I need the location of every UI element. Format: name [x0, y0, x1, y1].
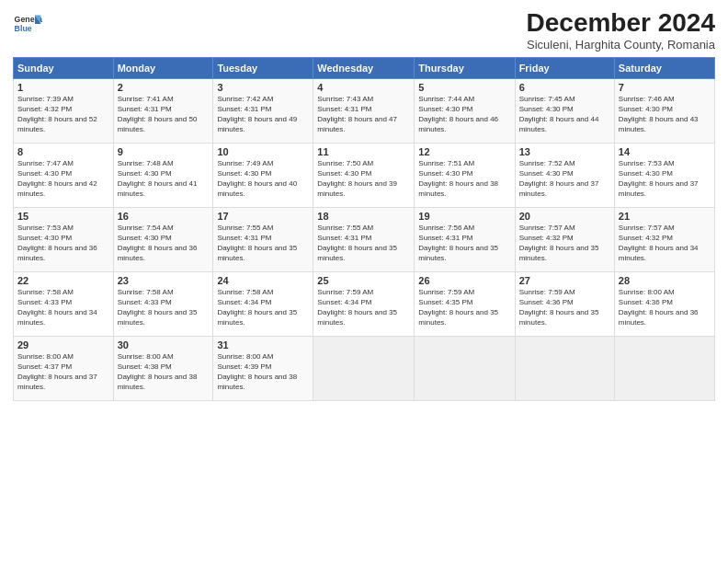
day-number: 26 [418, 275, 510, 286]
calendar-cell: 19Sunrise: 7:56 AMSunset: 4:31 PMDayligh… [415, 207, 515, 271]
calendar-cell: 7Sunrise: 7:46 AMSunset: 4:30 PMDaylight… [614, 78, 714, 143]
calendar-week-5: 29Sunrise: 8:00 AMSunset: 4:37 PMDayligh… [14, 336, 715, 400]
location-subtitle: Siculeni, Harghita County, Romania [527, 38, 715, 52]
day-detail: Sunrise: 7:42 AMSunset: 4:31 PMDaylight:… [217, 94, 309, 135]
calendar-cell: 27Sunrise: 7:59 AMSunset: 4:36 PMDayligh… [515, 271, 614, 336]
svg-text:Blue: Blue [15, 24, 32, 33]
weekday-header-tuesday: Tuesday [213, 57, 313, 78]
day-number: 30 [118, 339, 210, 350]
calendar-cell: 25Sunrise: 7:59 AMSunset: 4:34 PMDayligh… [313, 271, 415, 336]
calendar-cell: 2Sunrise: 7:41 AMSunset: 4:31 PMDaylight… [113, 78, 213, 143]
day-detail: Sunrise: 7:59 AMSunset: 4:36 PMDaylight:… [519, 287, 610, 328]
day-detail: Sunrise: 7:39 AMSunset: 4:32 PMDaylight:… [17, 94, 109, 135]
calendar-cell: 23Sunrise: 7:58 AMSunset: 4:33 PMDayligh… [113, 271, 213, 336]
calendar-cell: 28Sunrise: 8:00 AMSunset: 4:36 PMDayligh… [614, 271, 714, 336]
day-detail: Sunrise: 7:52 AMSunset: 4:30 PMDaylight:… [519, 158, 610, 200]
calendar-cell: 18Sunrise: 7:55 AMSunset: 4:31 PMDayligh… [313, 207, 415, 271]
day-detail: Sunrise: 7:53 AMSunset: 4:30 PMDaylight:… [619, 158, 711, 200]
day-number: 6 [519, 82, 610, 93]
day-number: 17 [217, 211, 309, 222]
calendar-cell [415, 336, 515, 400]
calendar-cell: 17Sunrise: 7:55 AMSunset: 4:31 PMDayligh… [213, 207, 313, 271]
calendar-cell: 26Sunrise: 7:59 AMSunset: 4:35 PMDayligh… [415, 271, 515, 336]
header: General Blue December 2024 Siculeni, Har… [13, 9, 715, 52]
month-title: December 2024 [527, 9, 715, 38]
day-detail: Sunrise: 7:45 AMSunset: 4:30 PMDaylight:… [519, 94, 610, 135]
day-detail: Sunrise: 7:53 AMSunset: 4:30 PMDaylight:… [17, 223, 109, 264]
calendar-week-4: 22Sunrise: 7:58 AMSunset: 4:33 PMDayligh… [14, 271, 715, 336]
calendar-week-2: 8Sunrise: 7:47 AMSunset: 4:30 PMDaylight… [14, 143, 715, 207]
calendar-cell: 8Sunrise: 7:47 AMSunset: 4:30 PMDaylight… [14, 143, 114, 207]
day-detail: Sunrise: 8:00 AMSunset: 4:38 PMDaylight:… [118, 351, 210, 393]
day-detail: Sunrise: 7:50 AMSunset: 4:30 PMDaylight:… [317, 158, 410, 200]
main-container: General Blue December 2024 Siculeni, Har… [0, 0, 728, 407]
day-detail: Sunrise: 7:41 AMSunset: 4:31 PMDaylight:… [118, 94, 210, 135]
calendar-week-3: 15Sunrise: 7:53 AMSunset: 4:30 PMDayligh… [14, 207, 715, 271]
weekday-header-sunday: Sunday [14, 57, 114, 78]
calendar-cell [515, 336, 614, 400]
day-number: 16 [118, 211, 210, 222]
calendar-cell: 21Sunrise: 7:57 AMSunset: 4:32 PMDayligh… [614, 207, 714, 271]
day-detail: Sunrise: 7:46 AMSunset: 4:30 PMDaylight:… [619, 94, 711, 135]
day-detail: Sunrise: 7:58 AMSunset: 4:33 PMDaylight:… [17, 287, 109, 328]
day-number: 1 [17, 82, 109, 93]
day-number: 8 [17, 146, 109, 157]
day-number: 10 [217, 146, 309, 157]
day-detail: Sunrise: 7:58 AMSunset: 4:33 PMDaylight:… [118, 287, 210, 328]
calendar-cell: 30Sunrise: 8:00 AMSunset: 4:38 PMDayligh… [113, 336, 213, 400]
day-number: 3 [217, 82, 309, 93]
weekday-header-wednesday: Wednesday [313, 57, 415, 78]
day-detail: Sunrise: 8:00 AMSunset: 4:36 PMDaylight:… [619, 287, 711, 328]
day-number: 25 [317, 275, 410, 286]
day-detail: Sunrise: 7:54 AMSunset: 4:30 PMDaylight:… [118, 223, 210, 264]
day-number: 29 [17, 339, 109, 350]
logo-icon: General Blue [13, 9, 42, 39]
calendar-cell: 10Sunrise: 7:49 AMSunset: 4:30 PMDayligh… [213, 143, 313, 207]
calendar-cell: 14Sunrise: 7:53 AMSunset: 4:30 PMDayligh… [614, 143, 714, 207]
day-number: 9 [118, 146, 210, 157]
calendar-cell: 11Sunrise: 7:50 AMSunset: 4:30 PMDayligh… [313, 143, 415, 207]
weekday-header-friday: Friday [515, 57, 614, 78]
day-number: 12 [418, 146, 510, 157]
calendar-cell: 31Sunrise: 8:00 AMSunset: 4:39 PMDayligh… [213, 336, 313, 400]
day-detail: Sunrise: 7:51 AMSunset: 4:30 PMDaylight:… [418, 158, 510, 200]
calendar-table: SundayMondayTuesdayWednesdayThursdayFrid… [13, 57, 715, 401]
day-detail: Sunrise: 8:00 AMSunset: 4:37 PMDaylight:… [17, 351, 109, 393]
day-number: 11 [317, 146, 410, 157]
day-detail: Sunrise: 7:55 AMSunset: 4:31 PMDaylight:… [217, 223, 309, 264]
day-number: 15 [17, 211, 109, 222]
day-number: 27 [519, 275, 610, 286]
weekday-header-saturday: Saturday [614, 57, 714, 78]
day-number: 13 [519, 146, 610, 157]
weekday-header-monday: Monday [113, 57, 213, 78]
calendar-cell: 1Sunrise: 7:39 AMSunset: 4:32 PMDaylight… [14, 78, 114, 143]
day-detail: Sunrise: 7:48 AMSunset: 4:30 PMDaylight:… [118, 158, 210, 200]
day-number: 4 [317, 82, 410, 93]
day-detail: Sunrise: 7:57 AMSunset: 4:32 PMDaylight:… [619, 223, 711, 264]
day-number: 7 [619, 82, 711, 93]
day-number: 21 [619, 211, 711, 222]
calendar-cell: 15Sunrise: 7:53 AMSunset: 4:30 PMDayligh… [14, 207, 114, 271]
day-number: 2 [118, 82, 210, 93]
day-number: 23 [118, 275, 210, 286]
day-number: 20 [519, 211, 610, 222]
calendar-cell: 9Sunrise: 7:48 AMSunset: 4:30 PMDaylight… [113, 143, 213, 207]
day-detail: Sunrise: 7:49 AMSunset: 4:30 PMDaylight:… [217, 158, 309, 200]
day-detail: Sunrise: 7:55 AMSunset: 4:31 PMDaylight:… [317, 223, 410, 264]
calendar-cell: 5Sunrise: 7:44 AMSunset: 4:30 PMDaylight… [415, 78, 515, 143]
day-detail: Sunrise: 7:57 AMSunset: 4:32 PMDaylight:… [519, 223, 610, 264]
day-detail: Sunrise: 7:47 AMSunset: 4:30 PMDaylight:… [17, 158, 109, 200]
day-number: 24 [217, 275, 309, 286]
day-number: 5 [418, 82, 510, 93]
day-number: 14 [619, 146, 711, 157]
calendar-cell: 12Sunrise: 7:51 AMSunset: 4:30 PMDayligh… [415, 143, 515, 207]
calendar-cell [313, 336, 415, 400]
day-detail: Sunrise: 7:59 AMSunset: 4:35 PMDaylight:… [418, 287, 510, 328]
day-detail: Sunrise: 8:00 AMSunset: 4:39 PMDaylight:… [217, 351, 309, 393]
calendar-cell: 3Sunrise: 7:42 AMSunset: 4:31 PMDaylight… [213, 78, 313, 143]
calendar-cell: 24Sunrise: 7:58 AMSunset: 4:34 PMDayligh… [213, 271, 313, 336]
weekday-header-thursday: Thursday [415, 57, 515, 78]
calendar-week-1: 1Sunrise: 7:39 AMSunset: 4:32 PMDaylight… [14, 78, 715, 143]
calendar-cell: 16Sunrise: 7:54 AMSunset: 4:30 PMDayligh… [113, 207, 213, 271]
day-detail: Sunrise: 7:59 AMSunset: 4:34 PMDaylight:… [317, 287, 410, 328]
